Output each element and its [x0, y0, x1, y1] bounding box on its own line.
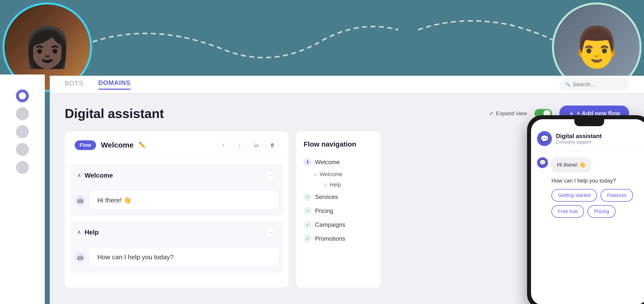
delete-button[interactable]: 🗑	[266, 139, 279, 151]
help-section: ∧ Help ··· 🤖 How can I help you today?	[70, 221, 284, 273]
nav-tabs-bar: BOTS DOMAINS 🔍	[50, 76, 644, 93]
welcome-section-menu[interactable]: ···	[265, 170, 276, 181]
help-section-menu[interactable]: ···	[265, 227, 276, 238]
sidebar-item-active[interactable]	[16, 89, 29, 102]
phone-greeting-bubble: Hi there! 👋	[552, 157, 591, 173]
nav-item-promotions[interactable]: ✓ Promotions	[304, 232, 373, 246]
phone-option-free-trial[interactable]: Free trial	[552, 205, 584, 218]
nav-sub-help[interactable]: ↳ Help	[314, 179, 373, 190]
tab-domains[interactable]: DOMAINS	[98, 79, 131, 90]
move-up-button[interactable]: ↑	[217, 139, 230, 151]
nav-item-pricing-icon: ✓	[304, 207, 312, 215]
phone-assistant-name: Digital assistant	[556, 133, 602, 140]
content-columns: Flow Welcome ✏️ ↑ ↓ 🗂 🗑 ∧ Welcome ···	[65, 131, 629, 288]
nav-item-welcome[interactable]: ⬆ Welcome	[304, 155, 373, 169]
nav-item-promotions-icon: ✓	[304, 235, 312, 243]
nav-item-services[interactable]: ✓ Services	[304, 190, 373, 204]
nav-item-campaigns[interactable]: ✓ Campaigns	[304, 218, 373, 232]
welcome-message-text: Hi there! 👋	[90, 191, 279, 210]
move-down-button[interactable]: ↓	[234, 139, 246, 151]
nav-item-promotions-label: Promotions	[315, 235, 345, 242]
nav-sub-help-label: Help	[330, 181, 341, 188]
phone-option-pricing[interactable]: Pricing	[588, 205, 616, 218]
nav-sub-welcome-sub[interactable]: ↳ Welcome	[314, 169, 373, 179]
flow-nav-title: Flow navigation	[304, 140, 373, 148]
sidebar-item-4[interactable]	[16, 143, 29, 156]
help-section-title: Help	[84, 228, 98, 236]
nav-sub-welcome-label: Welcome	[320, 171, 342, 177]
welcome-message-bubble: 🤖 Hi there! 👋	[75, 191, 279, 210]
expand-icon: ⤢	[489, 110, 494, 117]
phone-bot-icon: 💬	[537, 131, 552, 146]
sidebar	[0, 75, 45, 304]
nav-item-services-label: Services	[315, 193, 338, 200]
nav-item-campaigns-label: Campaigns	[315, 221, 345, 228]
phone-screen: 💬 Digital assistant Company support 💬 Hi…	[531, 119, 644, 304]
help-message-text: How can I help you today?	[90, 248, 279, 267]
folder-button[interactable]: 🗂	[250, 139, 262, 151]
arrow-sub-icon: ↳	[314, 172, 317, 177]
phone-option-getting-started[interactable]: Getting started	[552, 189, 597, 202]
phone-question-text: How can I help you today?	[537, 177, 642, 184]
welcome-section-header: ∧ Welcome ···	[70, 164, 284, 187]
bot-icon-welcome: 🤖	[75, 195, 86, 206]
phone-chat: 💬 Hi there! 👋 How can I help you today? …	[531, 151, 644, 304]
nav-sub-welcome: ↳ Welcome ↳ Help	[304, 169, 373, 190]
phone-assistant-info: Digital assistant Company support	[556, 133, 602, 145]
phone-options: Getting started Features Free trial Pric…	[537, 189, 642, 218]
sidebar-item-5[interactable]	[16, 161, 29, 174]
flow-navigation-panel: Flow navigation ⬆ Welcome ↳ Welcome ↳ He…	[296, 131, 381, 288]
tab-bots[interactable]: BOTS	[65, 79, 83, 89]
expand-view-btn[interactable]: ⤢ Expand view	[489, 110, 527, 117]
phone-greeting-message: 💬 Hi there! 👋	[537, 157, 642, 173]
welcome-section-title: Welcome	[84, 172, 113, 179]
flow-badge: Flow	[75, 140, 96, 150]
phone-option-features[interactable]: Features	[600, 189, 633, 202]
search-bar: 🔍	[560, 78, 629, 91]
bot-icon-help: 🤖	[75, 252, 86, 263]
flow-card: Flow Welcome ✏️ ↑ ↓ 🗂 🗑 ∧ Welcome ···	[65, 131, 289, 288]
arrow-sub-help-icon: ↳	[324, 182, 327, 187]
sidebar-dot-active	[19, 92, 26, 99]
search-icon: 🔍	[565, 82, 570, 87]
nav-item-welcome-label: Welcome	[315, 159, 340, 166]
flow-card-header: Flow Welcome ✏️ ↑ ↓ 🗂 🗑	[65, 131, 289, 159]
edit-icon[interactable]: ✏️	[138, 142, 146, 149]
nav-item-pricing[interactable]: ✓ Pricing	[304, 204, 373, 218]
nav-item-welcome-icon: ⬆	[304, 158, 312, 166]
phone-assistant-sub: Company support	[556, 140, 602, 145]
help-chevron: ∧	[77, 229, 81, 235]
nav-item-campaigns-icon: ✓	[304, 221, 312, 229]
nav-item-services-icon: ✓	[304, 193, 312, 201]
help-section-header: ∧ Help ···	[70, 221, 284, 244]
page-title: Digital assistant	[65, 106, 164, 121]
expand-view-label: Expand view	[496, 110, 527, 117]
sidebar-item-2[interactable]	[16, 107, 29, 120]
phone-notch	[574, 119, 604, 126]
flow-name: Welcome	[101, 141, 134, 149]
phone-header: 💬 Digital assistant Company support	[531, 126, 644, 151]
nav-item-pricing-label: Pricing	[315, 207, 333, 214]
welcome-section: ∧ Welcome ··· 🤖 Hi there! 👋	[70, 164, 284, 216]
sidebar-item-3[interactable]	[16, 125, 29, 138]
flow-controls: ↑ ↓ 🗂 🗑	[217, 139, 279, 151]
search-input[interactable]	[573, 81, 623, 88]
welcome-chevron: ∧	[77, 172, 81, 178]
phone-msg-icon: 💬	[537, 157, 548, 168]
phone-mockup: 💬 Digital assistant Company support 💬 Hi…	[527, 115, 644, 304]
page-area: Digital assistant ⤢ Expand view ＋ + Add …	[50, 93, 644, 304]
help-message-bubble: 🤖 How can I help you today?	[75, 248, 279, 267]
